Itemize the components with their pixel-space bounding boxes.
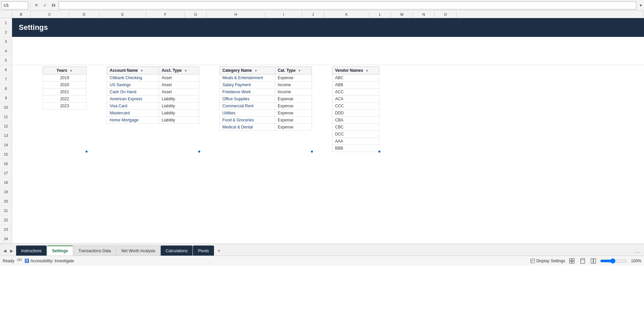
row-num-18[interactable]: 18 [0, 178, 12, 187]
year-cell[interactable]: 2022 [43, 96, 87, 103]
account-name-dropdown-arrow[interactable]: ▼ [140, 69, 143, 72]
row-num-5[interactable]: 5 [0, 56, 12, 65]
account-name-cell[interactable]: Home Mortgage [107, 117, 159, 124]
cell-reference-box[interactable]: U1 [1, 1, 28, 9]
categories-table-resize-handle[interactable] [311, 151, 313, 153]
vendor-name-cell[interactable]: AAA [332, 138, 379, 145]
col-header-o[interactable]: O [435, 11, 457, 18]
row-num-21[interactable]: 21 [0, 206, 12, 215]
account-type-cell[interactable]: Asset [159, 89, 199, 96]
account-type-cell[interactable]: Asset [159, 74, 199, 82]
row-num-7[interactable]: 7 [0, 74, 12, 84]
account-type-cell[interactable]: Asset [159, 82, 199, 89]
vendors-table-row[interactable]: ABB [332, 82, 379, 89]
tab-instructions[interactable]: Instructions [16, 246, 47, 256]
col-header-d[interactable]: D [69, 11, 99, 18]
acct-type-header[interactable]: Acct. Type ▼ [159, 67, 199, 74]
tab-settings[interactable]: Settings [47, 246, 73, 256]
accounts-table-resize-handle[interactable] [198, 151, 200, 153]
year-cell[interactable]: 2020 [43, 82, 87, 89]
years-table-resize-handle[interactable] [86, 151, 88, 153]
category-name-cell[interactable]: Commercial Rent [220, 103, 275, 110]
vendor-name-cell[interactable]: DCC [332, 131, 379, 138]
formula-expand-button[interactable]: ▼ [639, 3, 643, 7]
tab-scroll-left-button[interactable]: ◀ [1, 246, 8, 256]
vendor-name-cell[interactable]: ABC [332, 74, 379, 82]
normal-view-icon[interactable] [568, 257, 576, 265]
accounts-table-row[interactable]: Visa CardLiability [107, 103, 199, 110]
category-type-cell[interactable]: Expense [275, 103, 312, 110]
tab-scroll-right-button[interactable]: ▶ [8, 246, 15, 256]
category-name-cell[interactable]: Office Supplies [220, 96, 275, 103]
vendors-table-row[interactable]: CBC [332, 124, 379, 131]
accounts-table-row[interactable]: Home MortgageLiability [107, 117, 199, 124]
vendor-name-cell[interactable]: DDD [332, 110, 379, 117]
category-type-cell[interactable]: Income [275, 82, 312, 89]
row-num-19[interactable]: 19 [0, 187, 12, 197]
tab-calculations[interactable]: Calculations [161, 246, 193, 256]
category-type-cell[interactable]: Expense [275, 110, 312, 117]
category-type-cell[interactable]: Expense [275, 124, 312, 131]
years-table-row[interactable]: 2021 [43, 89, 87, 96]
tab-net-worth-analysis[interactable]: Net Worth Analysis [116, 246, 160, 256]
vendors-table-row[interactable]: ACC [332, 89, 379, 96]
vendor-names-dropdown-arrow[interactable]: ▼ [366, 69, 369, 72]
col-header-e[interactable]: E [99, 11, 146, 18]
row-num-24[interactable]: 24 [0, 234, 12, 244]
row-num-10[interactable]: 10 [0, 103, 12, 112]
row-num-6[interactable]: 6 [0, 65, 12, 74]
categories-table-row[interactable]: UtilitiesExpense [220, 110, 312, 117]
category-type-cell[interactable]: Expense [275, 74, 312, 82]
row-num-2[interactable]: 2 [0, 28, 12, 37]
col-header-n[interactable]: N [413, 11, 435, 18]
accounts-table-row[interactable]: Citibank CheckingAsset [107, 74, 199, 82]
vendors-table-row[interactable]: ACA [332, 96, 379, 103]
year-cell[interactable]: 2023 [43, 103, 87, 110]
col-header-g[interactable]: G [185, 11, 207, 18]
col-header-b[interactable]: B [12, 11, 31, 18]
year-cell[interactable]: 2019 [43, 74, 87, 82]
row-num-13[interactable]: 13 [0, 131, 12, 140]
categories-table-row[interactable]: Commercial RentExpense [220, 103, 312, 110]
row-num-14[interactable]: 14 [0, 140, 12, 150]
years-table-row[interactable]: 2020 [43, 82, 87, 89]
cat-type-header[interactable]: Cat. Type ▼ [275, 67, 312, 74]
row-num-23[interactable]: 23 [0, 225, 12, 234]
category-name-header[interactable]: Category Name ▼ [220, 67, 275, 74]
years-table-row[interactable]: 2023 [43, 103, 87, 110]
category-name-cell[interactable]: Meals & Entertainment [220, 74, 275, 82]
display-settings-button[interactable]: Display Settings [530, 259, 565, 263]
col-header-h[interactable]: H [207, 11, 265, 18]
categories-table-row[interactable]: Office SuppliesExpense [220, 96, 312, 103]
years-table-row[interactable]: 2022 [43, 96, 87, 103]
col-header-k[interactable]: K [324, 11, 369, 18]
zoom-slider[interactable] [600, 258, 627, 264]
col-header-f[interactable]: F [146, 11, 185, 18]
row-num-22[interactable]: 22 [0, 215, 12, 225]
categories-table-row[interactable]: Freelance WorkIncome [220, 89, 312, 96]
vendors-table-resize-handle[interactable] [378, 151, 380, 153]
account-name-cell[interactable]: Visa Card [107, 103, 159, 110]
vendor-name-cell[interactable]: CBC [332, 124, 379, 131]
account-name-cell[interactable]: American Express [107, 96, 159, 103]
col-header-j[interactable]: J [302, 11, 324, 18]
category-name-cell[interactable]: Food & Groceries [220, 117, 275, 124]
category-name-cell[interactable]: Salary Payment [220, 82, 275, 89]
page-break-view-icon[interactable] [589, 257, 597, 265]
vendor-name-cell[interactable]: BBB [332, 145, 379, 152]
tab-transactions-data[interactable]: Transactions Data [73, 246, 116, 256]
account-type-cell[interactable]: Liability [159, 117, 199, 124]
vendor-name-cell[interactable]: CCC [332, 103, 379, 110]
normal-view-button[interactable] [17, 259, 22, 263]
row-num-9[interactable]: 9 [0, 93, 12, 103]
row-num-15[interactable]: 15 [0, 150, 12, 159]
col-header-m[interactable]: M [391, 11, 413, 18]
accessibility-investigate[interactable]: ♿ Accessibility: Investigate [24, 259, 74, 263]
col-header-l[interactable]: L [369, 11, 391, 18]
fx-button[interactable]: fx [50, 2, 57, 9]
row-num-3[interactable]: 3 [0, 37, 12, 46]
categories-table-row[interactable]: Salary PaymentIncome [220, 82, 312, 89]
confirm-formula-button[interactable]: ✓ [41, 2, 49, 9]
vendors-table-row[interactable]: CCC [332, 103, 379, 110]
account-type-cell[interactable]: Liability [159, 96, 199, 103]
